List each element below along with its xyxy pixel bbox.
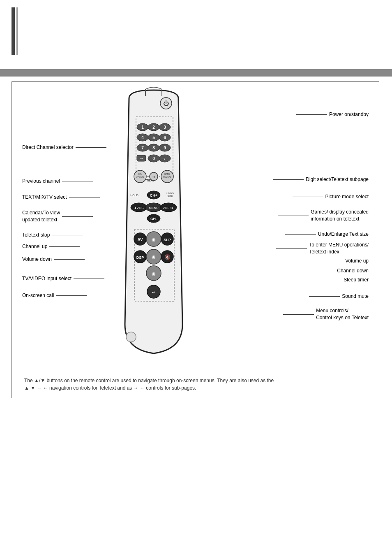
svg-text:SLP: SLP	[164, 238, 171, 242]
remote-svg: ⏻ 1 2 3 4 5 6 7 8 9	[106, 86, 201, 374]
svg-text:1: 1	[141, 125, 144, 130]
svg-text:◉: ◉	[152, 271, 156, 276]
svg-text:SIZE: SIZE	[167, 195, 173, 197]
bar-thin-left	[16, 7, 18, 55]
label-volume-up: Volume up	[345, 258, 369, 264]
svg-text:VOL+►: VOL+►	[163, 206, 175, 210]
svg-text:HOLD: HOLD	[130, 194, 138, 197]
label-calendar: Calendar/To viewupdated teletext	[22, 209, 60, 223]
bar-thick-left	[12, 7, 15, 55]
footnote: The ▲/▼ buttons on the remote control ar…	[24, 377, 274, 392]
svg-text:◉: ◉	[152, 237, 156, 242]
footnote-line1: The ▲/▼ buttons on the remote control ar…	[24, 377, 274, 384]
label-previous-channel: Previous channel	[22, 178, 60, 184]
label-enter-menu: To enter MENU operations/Teletext index	[309, 242, 369, 255]
label-channel-down: Channel down	[337, 268, 369, 274]
svg-text:UPDATE: UPDATE	[136, 176, 145, 178]
svg-text:REVEAL: REVEAL	[163, 176, 171, 178]
label-sound-mute: Sound mute	[342, 293, 369, 299]
svg-text:⇥: ⇥	[152, 175, 155, 179]
labels-left-container: Direct Channel selector Previous channel…	[18, 82, 100, 398]
label-sleep-timer: Sleep timer	[344, 277, 369, 283]
svg-text:8: 8	[152, 146, 155, 150]
svg-text:◉: ◉	[152, 254, 156, 259]
svg-text:5: 5	[152, 135, 155, 140]
svg-text:MENU: MENU	[149, 206, 159, 210]
svg-text:0: 0	[152, 156, 155, 161]
svg-text:↩: ↩	[152, 290, 155, 295]
svg-text:GAME: GAME	[164, 173, 171, 175]
label-channel-up: Channel up	[22, 244, 47, 249]
svg-text:2: 2	[152, 125, 155, 130]
svg-text:⇒: ⇒	[140, 156, 143, 160]
label-volume-down: Volume down	[22, 256, 52, 262]
svg-text:−/−: −/−	[162, 157, 167, 161]
svg-text:DSP: DSP	[136, 255, 144, 260]
remote-control: ⏻ 1 2 3 4 5 6 7 8 9	[106, 86, 201, 374]
label-on-screen-call: On-screen call	[22, 293, 54, 298]
label-power: Power on/standby	[329, 111, 369, 117]
separator-bar	[0, 69, 392, 77]
label-digit-select: Digit select/Teletext subpage	[306, 176, 369, 182]
svg-text:AV: AV	[137, 237, 143, 242]
svg-text:6: 6	[164, 135, 166, 140]
label-picture-mode: Picture mode select	[325, 194, 369, 200]
label-tv-video: TV/VIDEO input select	[22, 276, 71, 281]
label-menu-controls: Menu controls/Control keys on Teletext	[316, 307, 369, 321]
footnote-line2: ▲ ▼ → ← navigation controls for Teletext…	[24, 384, 274, 392]
label-text-mix-tv: TEXT/MIX/TV select	[22, 194, 67, 200]
svg-text:◄VOL-: ◄VOL-	[134, 206, 145, 210]
label-games-display: Games/ display concealedinformation on t…	[311, 209, 369, 223]
label-teletext-stop: Teletext stop	[22, 232, 50, 238]
svg-text:9: 9	[164, 146, 166, 150]
svg-point-66	[126, 332, 136, 342]
svg-text:UNDO: UNDO	[166, 192, 174, 195]
diagram-box: Direct Channel selector Previous channel…	[12, 81, 379, 398]
svg-text:CAL: CAL	[138, 173, 142, 175]
svg-text:🔇: 🔇	[164, 254, 171, 260]
labels-right-container: Power on/standby Digit select/Teletext s…	[274, 82, 373, 398]
svg-text:3: 3	[164, 125, 166, 130]
svg-text:⏻: ⏻	[163, 100, 169, 107]
svg-text:CH+: CH+	[150, 193, 157, 197]
svg-text:7: 7	[141, 146, 144, 150]
label-direct-channel: Direct Channel selector	[22, 144, 74, 150]
svg-text:CH-: CH-	[150, 217, 157, 221]
label-undo-enlarge: Undo/Enlarge Text size	[318, 231, 369, 237]
svg-text:4: 4	[141, 135, 144, 140]
